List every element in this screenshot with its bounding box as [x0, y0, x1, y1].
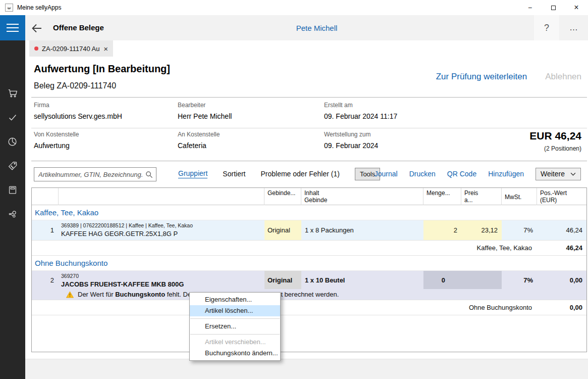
menu-item-eigenschaften[interactable]: Eigenschaften...	[190, 294, 280, 305]
cart-icon	[7, 87, 18, 99]
field-label: Erstellt am	[324, 102, 397, 109]
menge-cell[interactable]: 2	[423, 220, 461, 240]
hamburger-menu-button[interactable]	[0, 15, 25, 40]
maximize-icon	[551, 6, 556, 10]
header-preis[interactable]: Preis a...	[461, 188, 502, 205]
total-amount: EUR 46,24	[529, 130, 581, 142]
field-value: Cafeteria	[178, 141, 220, 150]
menu-item-artikel-loeschen[interactable]: Artikel löschen...	[190, 305, 280, 316]
back-button[interactable]	[30, 22, 43, 35]
toggle-sorted[interactable]: Sortiert	[223, 170, 245, 178]
forward-for-review-button[interactable]: Zur Prüfung weiterleiten	[436, 72, 527, 82]
chevron-down-icon	[570, 172, 576, 176]
more-dropdown-button[interactable]: Weitere	[536, 168, 581, 180]
document-total: EUR 46,24 (2 Positionen)	[529, 130, 581, 152]
document-tab[interactable]: ZA-0209-111740 Auf... ×	[29, 40, 113, 57]
subtotal-value: 46,24	[537, 244, 586, 252]
field-bearbeiter: Bearbeiter Herr Pete Michell	[178, 102, 232, 120]
document-number: Beleg ZA-0209-111740	[34, 81, 116, 90]
subtotal-label: Ohne Buchungskonto	[32, 304, 537, 311]
sidebar-item-catalog[interactable]	[0, 181, 25, 199]
article-name: JACOBS FRUEHST-KAFFEE MKB 800G	[61, 280, 264, 288]
menu-separator	[190, 318, 280, 319]
inhalt-cell: 1 x 10 Beutel	[301, 271, 423, 289]
field-wertstellung: Wertstellung zum 09. Februar 2024	[324, 131, 378, 150]
document-view: Aufwertung [In Bearbeitung] Beleg ZA-020…	[25, 57, 588, 359]
current-user[interactable]: Pete Michell	[45, 24, 588, 32]
article-row-2[interactable]: 2 369270 JACOBS FRUEHST-KAFFEE MKB 800G …	[32, 271, 586, 289]
header-inhalt[interactable]: Inhalt Gebinde	[301, 188, 423, 205]
search-input[interactable]	[34, 168, 156, 181]
unsaved-dot-icon	[34, 46, 38, 51]
inhalt-cell: 1 x 8 Packungen	[301, 220, 423, 240]
check-icon	[7, 112, 18, 123]
view-toggles: Gruppiert Sortiert Probleme oder Fehler …	[178, 166, 380, 181]
gebinde-cell[interactable]: Original	[264, 271, 301, 289]
share-network-icon	[7, 209, 18, 220]
reject-button[interactable]: Ablehnen	[545, 72, 581, 82]
nav-sidebar	[0, 40, 25, 379]
sidebar-item-share[interactable]	[0, 205, 25, 223]
toggle-problems[interactable]: Probleme oder Fehler (1)	[260, 170, 339, 178]
group-subtotal-ohne-buchungskonto: Ohne Buchungskonto 0,00	[32, 300, 586, 315]
subtotal-value: 0,00	[537, 304, 586, 311]
group-header-kaffee[interactable]: Kaffee, Tee, Kakao	[32, 205, 586, 220]
sidebar-item-cart[interactable]	[0, 84, 25, 102]
header-wert[interactable]: Pos.-Wert (EUR)	[537, 188, 586, 205]
menu-item-buchungskonto-aendern[interactable]: Buchungskonto ändern...	[190, 348, 280, 359]
article-meta: 369270	[61, 273, 264, 279]
tab-close-icon[interactable]: ×	[103, 44, 108, 53]
journal-link[interactable]: Journal	[375, 170, 398, 178]
minimize-button[interactable]: −	[518, 0, 542, 15]
field-value: Herr Pete Michell	[178, 112, 232, 120]
maximize-button[interactable]	[542, 0, 565, 15]
toggle-grouped[interactable]: Gruppiert	[178, 169, 207, 178]
status-footer	[25, 359, 588, 379]
field-value: 09. Februar 2024 11:17	[324, 112, 397, 120]
field-value: sellysolutions Serv.ges.mbH	[34, 112, 122, 120]
preis-cell[interactable]: 23,12	[461, 220, 502, 240]
book-icon	[7, 184, 18, 196]
field-label: Firma	[34, 102, 122, 109]
header-more-button[interactable]: …	[562, 15, 586, 40]
close-button[interactable]: ×	[565, 0, 588, 15]
mwst-cell: 7%	[502, 271, 537, 289]
gebinde-cell[interactable]: Original	[264, 220, 301, 240]
article-row-1[interactable]: 1 369389 | 07622200188512 | Kaffee | Kaf…	[32, 220, 586, 241]
pie-chart-icon	[7, 136, 18, 147]
field-erstellt-am: Erstellt am 09. Februar 2024 11:17	[324, 102, 397, 120]
app-logo-icon: w	[5, 4, 13, 12]
group-header-ohne-buchungskonto[interactable]: Ohne Buchungskonto	[32, 256, 586, 271]
row-number: 1	[32, 220, 59, 240]
add-link[interactable]: Hinzufügen	[488, 170, 524, 178]
print-link[interactable]: Drucken	[409, 170, 436, 178]
help-button[interactable]: ?	[534, 15, 559, 40]
menge-cell[interactable]: 0	[423, 271, 502, 289]
field-label: An Kostenstelle	[178, 131, 220, 138]
wert-cell: 46,24	[537, 220, 586, 240]
header-gebinde[interactable]: Gebinde...	[264, 188, 301, 205]
field-value: Aufwertung	[34, 141, 79, 150]
qr-code-link[interactable]: QR Code	[447, 170, 476, 178]
table-header-row: Gebinde... Inhalt Gebinde Menge... Preis…	[32, 188, 586, 205]
more-dropdown-label: Weitere	[541, 170, 565, 178]
menu-separator	[190, 334, 280, 335]
header-description	[59, 188, 264, 205]
sidebar-item-reports[interactable]	[0, 132, 25, 151]
group-subtotal-kaffee: Kaffee, Tee, Kakao 46,24	[32, 241, 586, 256]
total-positions: (2 Positionen)	[529, 145, 581, 152]
header-menge[interactable]: Menge...	[423, 188, 461, 205]
header-mwst[interactable]: MwSt.	[502, 188, 537, 205]
menu-item-ersetzen[interactable]: Ersetzen...	[190, 321, 280, 332]
sidebar-item-offers[interactable]	[0, 157, 25, 175]
mwst-cell: 7%	[502, 220, 537, 240]
document-actions: Zur Prüfung weiterleiten Ablehnen	[436, 72, 581, 82]
window-title: Meine sellyApps	[17, 4, 61, 11]
positions-table: Gebinde... Inhalt Gebinde Menge... Preis…	[31, 187, 587, 352]
menu-item-artikel-verschieben[interactable]: Artikel verschieben...	[190, 337, 280, 348]
field-von-kostenstelle: Von Kostenstelle Aufwertung	[34, 131, 79, 150]
subtotal-label: Kaffee, Tee, Kakao	[32, 244, 537, 252]
sidebar-item-tasks[interactable]	[0, 108, 25, 126]
toolbar-links: Journal Drucken QR Code Hinzufügen Weite…	[375, 166, 581, 181]
validation-warning: Der Wert für Buchungskonto fehlt. Der We…	[32, 289, 586, 300]
